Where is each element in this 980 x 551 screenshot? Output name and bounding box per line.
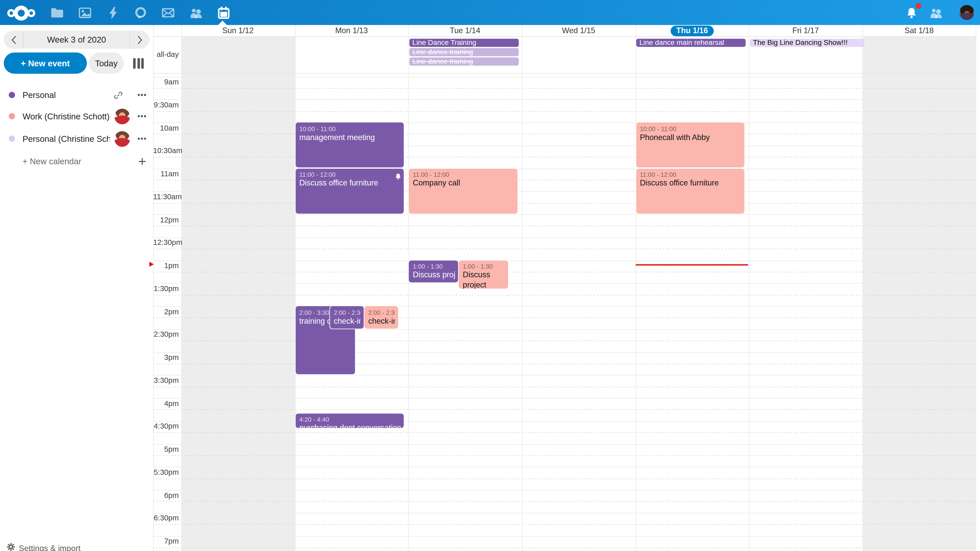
gridline-quarter	[153, 295, 976, 295]
gridline-hour	[153, 122, 976, 123]
current-time-line	[636, 264, 748, 265]
time-label: 12pm	[153, 215, 179, 224]
event-title: Company call	[413, 179, 514, 188]
more-options-icon[interactable]	[136, 133, 148, 144]
event[interactable]: 10:00 - 11:00management meeting	[296, 122, 404, 168]
photos-icon[interactable]	[77, 5, 92, 21]
previous-week-button[interactable]	[4, 30, 23, 49]
current-time-arrow	[149, 262, 153, 267]
today-button[interactable]: Today	[89, 52, 124, 74]
allday-divider	[153, 73, 976, 74]
new-calendar-button[interactable]: + New calendar	[0, 151, 153, 171]
event-time: 4:20 - 4:40	[299, 416, 401, 424]
calendar-list-item-personal-shared[interactable]: Personal (Christine Scho…	[0, 128, 153, 149]
event[interactable]: 11:00 - 12:00Company call	[409, 168, 517, 213]
settings-and-import[interactable]: Settings & import	[0, 538, 153, 551]
gridline-hour	[153, 490, 976, 490]
plus-icon	[136, 156, 148, 167]
event[interactable]: 11:00 - 12:00Discuss office furniture	[636, 168, 745, 213]
more-options-icon[interactable]	[136, 110, 148, 122]
time-label: 1pm	[153, 261, 179, 270]
day-header-fri[interactable]: Fri 1/17	[749, 25, 862, 36]
gridline-quarter	[153, 455, 976, 456]
event[interactable]: 11:00 - 12:00Discuss office furniture	[296, 168, 404, 213]
all-day-event[interactable]: Line Dance Training	[409, 38, 519, 47]
event[interactable]: 1:00 - 1:30Discuss project announcement	[459, 260, 508, 288]
week-label[interactable]: Week 3 of 2020	[24, 35, 129, 44]
event-title: Discuss office furniture	[299, 179, 401, 188]
gridline-quarter	[153, 524, 976, 525]
calendar-name: Work (Christine Schott)	[22, 111, 110, 121]
next-week-button[interactable]	[130, 30, 149, 49]
share-link-icon[interactable]	[113, 89, 124, 100]
gridline-hour	[153, 352, 976, 353]
event-time: 10:00 - 11:00	[640, 125, 741, 133]
activity-icon[interactable]	[105, 5, 121, 21]
user-avatar[interactable]	[959, 5, 974, 20]
event[interactable]: 1:00 - 1:30Discuss project announcement	[409, 260, 458, 283]
gridline-hour	[153, 237, 976, 238]
gridline-hour	[153, 283, 976, 284]
owner-avatar	[115, 108, 130, 124]
mail-icon[interactable]	[160, 5, 176, 21]
day-header-thu[interactable]: Thu 1/16	[635, 25, 749, 36]
header-divider	[153, 36, 976, 37]
calendar-app: Week 3 of 2020 + New event Today Persona…	[0, 0, 980, 551]
calendar-color-dot	[9, 92, 15, 98]
time-label: 1:30pm	[153, 284, 179, 293]
event-time: 1:00 - 1:30	[463, 262, 505, 271]
column-border	[522, 25, 522, 551]
calendar-name: Personal	[22, 90, 56, 100]
all-day-event[interactable]: Line dance training	[409, 48, 519, 56]
new-event-button[interactable]: + New event	[4, 52, 87, 74]
gridline-quarter	[153, 478, 976, 479]
view-columns-icon[interactable]	[133, 58, 144, 69]
gridline-hour	[153, 145, 976, 146]
day-header-sun[interactable]: Sun 1/12	[181, 25, 295, 36]
column-border	[976, 25, 977, 551]
all-day-event[interactable]: Line dance training	[409, 57, 519, 65]
column-border	[181, 25, 182, 551]
gridline-hour	[153, 398, 976, 399]
event[interactable]: 2:00 - 2:30check-in	[364, 306, 398, 328]
contacts-icon[interactable]	[188, 5, 204, 21]
gridline-quarter	[153, 386, 976, 387]
gridline-hour	[153, 306, 976, 306]
notifications-bell-icon[interactable]	[904, 5, 919, 21]
day-header-sat[interactable]: Sat 1/18	[862, 25, 976, 36]
gridline-quarter	[153, 272, 976, 272]
talk-icon[interactable]	[132, 5, 148, 21]
day-header-tue[interactable]: Tue 1/14	[408, 25, 522, 36]
column-border	[635, 25, 636, 551]
nextcloud-logo[interactable]	[7, 5, 36, 21]
contacts-menu-icon[interactable]	[928, 5, 944, 21]
weekend-shading	[862, 36, 976, 551]
day-header-mon[interactable]: Mon 1/13	[295, 25, 408, 36]
files-icon[interactable]	[49, 5, 65, 21]
gridline-hour	[153, 513, 976, 513]
gridline-hour	[153, 76, 976, 77]
time-label: 12:30pm	[153, 238, 179, 247]
gridline-quarter	[153, 318, 976, 318]
event[interactable]: 4:20 - 4:40purchasing dept conversation	[296, 413, 404, 428]
time-label: 3pm	[153, 353, 179, 362]
top-bar	[0, 0, 980, 25]
event-time: 11:00 - 12:00	[299, 171, 401, 179]
calendar-list-item-personal[interactable]: Personal	[0, 84, 153, 106]
weekend-shading	[181, 36, 295, 551]
calendar-icon[interactable]	[216, 5, 231, 21]
gridline-quarter	[153, 88, 976, 89]
calendar-list-item-work[interactable]: Work (Christine Schott)	[0, 106, 153, 127]
event-time: 2:00 - 2:30	[334, 308, 361, 317]
more-options-icon[interactable]	[136, 89, 148, 100]
time-label: 11:30am	[153, 192, 179, 201]
gridline-hour	[153, 100, 976, 100]
all-day-event[interactable]: The Big Line Dancing Show!!!	[750, 38, 864, 47]
day-header-wed[interactable]: Wed 1/15	[522, 25, 635, 36]
gridline-hour	[153, 260, 976, 261]
event[interactable]: 10:00 - 11:00Phonecall with Abby	[636, 122, 745, 168]
all-day-event[interactable]: Line dance main rehearsal	[636, 38, 746, 47]
calendar-name: Personal (Christine Scho…	[22, 134, 110, 143]
event[interactable]: 2:00 - 2:30check-in	[330, 306, 364, 328]
time-label: 10am	[153, 124, 179, 132]
